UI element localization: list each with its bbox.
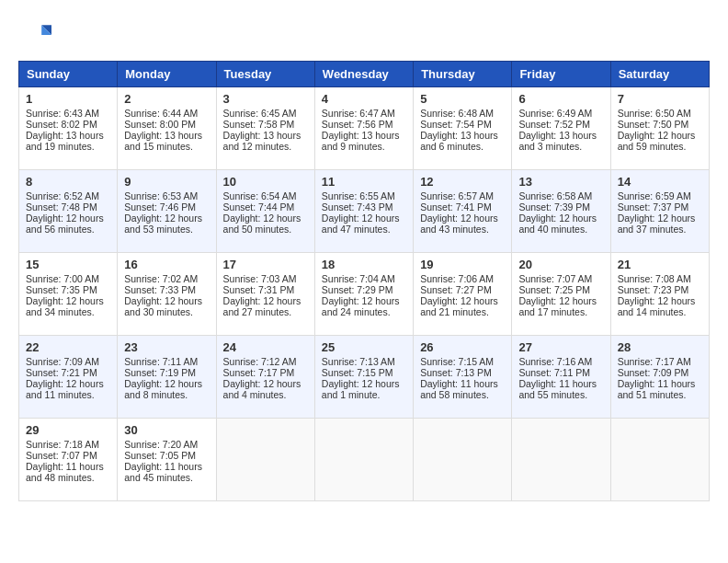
- day-header-saturday: Saturday: [610, 62, 709, 87]
- day-number: 27: [518, 340, 603, 354]
- daylight-text: Daylight: 12 hours and 47 minutes.: [322, 213, 400, 235]
- day-cell-18: 18Sunrise: 7:04 AMSunset: 7:29 PMDayligh…: [314, 253, 413, 336]
- day-number: 28: [618, 340, 702, 354]
- sunset-text: Sunset: 7:19 PM: [124, 367, 196, 378]
- sunset-text: Sunset: 7:21 PM: [26, 367, 97, 378]
- day-header-tuesday: Tuesday: [216, 62, 314, 87]
- day-cell-17: 17Sunrise: 7:03 AMSunset: 7:31 PMDayligh…: [216, 253, 314, 336]
- sunset-text: Sunset: 7:23 PM: [618, 284, 689, 295]
- sunrise-text: Sunrise: 7:00 AM: [26, 273, 99, 284]
- day-number: 8: [26, 175, 110, 189]
- day-number: 19: [420, 258, 505, 271]
- daylight-text: Daylight: 12 hours and 14 minutes.: [618, 295, 696, 317]
- sunrise-text: Sunrise: 7:06 AM: [420, 273, 494, 284]
- day-cell-26: 26Sunrise: 7:15 AMSunset: 7:13 PMDayligh…: [414, 336, 512, 419]
- sunset-text: Sunset: 7:48 PM: [26, 201, 97, 213]
- sunset-text: Sunset: 7:17 PM: [223, 367, 295, 378]
- day-cell-20: 20Sunrise: 7:07 AMSunset: 7:25 PMDayligh…: [512, 253, 610, 336]
- daylight-text: Daylight: 11 hours and 55 minutes.: [518, 378, 597, 400]
- day-cell-7: 7Sunrise: 6:50 AMSunset: 7:50 PMDaylight…: [610, 87, 709, 170]
- daylight-text: Daylight: 11 hours and 48 minutes.: [26, 461, 104, 483]
- day-number: 20: [518, 258, 603, 271]
- day-cell-6: 6Sunrise: 6:49 AMSunset: 7:52 PMDaylight…: [512, 87, 610, 170]
- day-number: 5: [420, 92, 505, 106]
- logo-icon: [18, 18, 51, 52]
- day-cell-1: 1Sunrise: 6:43 AMSunset: 8:02 PMDaylight…: [19, 87, 118, 170]
- sunset-text: Sunset: 7:54 PM: [420, 119, 492, 130]
- day-number: 13: [518, 175, 603, 189]
- sunset-text: Sunset: 7:39 PM: [518, 201, 590, 213]
- sunrise-text: Sunrise: 7:17 AM: [618, 356, 691, 367]
- day-number: 12: [420, 175, 505, 189]
- day-number: 24: [223, 340, 308, 354]
- week-row-5: 29Sunrise: 7:18 AMSunset: 7:07 PMDayligh…: [19, 419, 710, 501]
- sunset-text: Sunset: 8:00 PM: [124, 119, 196, 130]
- day-cell-19: 19Sunrise: 7:06 AMSunset: 7:27 PMDayligh…: [414, 253, 512, 336]
- day-number: 25: [322, 340, 406, 354]
- day-number: 23: [124, 340, 209, 354]
- day-number: 30: [124, 423, 209, 437]
- day-cell-30: 30Sunrise: 7:20 AMSunset: 7:05 PMDayligh…: [118, 419, 216, 501]
- sunset-text: Sunset: 7:37 PM: [618, 201, 689, 213]
- day-number: 7: [618, 92, 702, 106]
- sunrise-text: Sunrise: 6:54 AM: [223, 190, 297, 201]
- sunrise-text: Sunrise: 7:04 AM: [322, 273, 395, 284]
- day-number: 4: [322, 92, 406, 106]
- calendar-header-row: SundayMondayTuesdayWednesdayThursdayFrid…: [19, 62, 710, 87]
- sunset-text: Sunset: 8:02 PM: [26, 119, 97, 130]
- day-number: 1: [26, 92, 110, 106]
- daylight-text: Daylight: 12 hours and 34 minutes.: [26, 295, 104, 317]
- day-cell-27: 27Sunrise: 7:16 AMSunset: 7:11 PMDayligh…: [512, 336, 610, 419]
- day-number: 18: [322, 258, 406, 271]
- day-cell-23: 23Sunrise: 7:11 AMSunset: 7:19 PMDayligh…: [118, 336, 216, 419]
- day-cell-9: 9Sunrise: 6:53 AMSunset: 7:46 PMDaylight…: [118, 170, 216, 253]
- daylight-text: Daylight: 13 hours and 9 minutes.: [322, 130, 400, 152]
- sunrise-text: Sunrise: 7:18 AM: [26, 439, 99, 450]
- week-row-4: 22Sunrise: 7:09 AMSunset: 7:21 PMDayligh…: [19, 336, 710, 419]
- day-cell-15: 15Sunrise: 7:00 AMSunset: 7:35 PMDayligh…: [19, 253, 118, 336]
- daylight-text: Daylight: 12 hours and 30 minutes.: [124, 295, 202, 317]
- sunset-text: Sunset: 7:27 PM: [420, 284, 492, 295]
- sunrise-text: Sunrise: 6:43 AM: [26, 108, 99, 119]
- day-cell-5: 5Sunrise: 6:48 AMSunset: 7:54 PMDaylight…: [414, 87, 512, 170]
- day-cell-4: 4Sunrise: 6:47 AMSunset: 7:56 PMDaylight…: [314, 87, 413, 170]
- sunrise-text: Sunrise: 6:50 AM: [618, 108, 691, 119]
- empty-cell: [610, 419, 709, 501]
- sunrise-text: Sunrise: 7:02 AM: [124, 273, 198, 284]
- day-cell-14: 14Sunrise: 6:59 AMSunset: 7:37 PMDayligh…: [610, 170, 709, 253]
- daylight-text: Daylight: 12 hours and 21 minutes.: [420, 295, 498, 317]
- daylight-text: Daylight: 13 hours and 3 minutes.: [518, 130, 597, 152]
- sunset-text: Sunset: 7:35 PM: [26, 284, 97, 295]
- day-cell-8: 8Sunrise: 6:52 AMSunset: 7:48 PMDaylight…: [19, 170, 118, 253]
- sunrise-text: Sunrise: 7:12 AM: [223, 356, 297, 367]
- day-cell-29: 29Sunrise: 7:18 AMSunset: 7:07 PMDayligh…: [19, 419, 118, 501]
- day-cell-2: 2Sunrise: 6:44 AMSunset: 8:00 PMDaylight…: [118, 87, 216, 170]
- day-cell-13: 13Sunrise: 6:58 AMSunset: 7:39 PMDayligh…: [512, 170, 610, 253]
- day-number: 15: [26, 258, 110, 271]
- day-number: 10: [223, 175, 308, 189]
- daylight-text: Daylight: 13 hours and 19 minutes.: [26, 130, 104, 152]
- day-cell-25: 25Sunrise: 7:13 AMSunset: 7:15 PMDayligh…: [314, 336, 413, 419]
- sunrise-text: Sunrise: 7:15 AM: [420, 356, 494, 367]
- sunset-text: Sunset: 7:33 PM: [124, 284, 196, 295]
- sunrise-text: Sunrise: 6:49 AM: [518, 108, 592, 119]
- day-number: 3: [223, 92, 308, 106]
- day-cell-22: 22Sunrise: 7:09 AMSunset: 7:21 PMDayligh…: [19, 336, 118, 419]
- sunset-text: Sunset: 7:11 PM: [518, 367, 590, 378]
- day-number: 16: [124, 258, 209, 271]
- sunset-text: Sunset: 7:07 PM: [26, 450, 97, 461]
- sunrise-text: Sunrise: 6:44 AM: [124, 108, 198, 119]
- sunrise-text: Sunrise: 7:20 AM: [124, 439, 198, 450]
- daylight-text: Daylight: 12 hours and 37 minutes.: [618, 213, 696, 235]
- sunrise-text: Sunrise: 7:13 AM: [322, 356, 395, 367]
- sunset-text: Sunset: 7:09 PM: [618, 367, 689, 378]
- day-header-sunday: Sunday: [19, 62, 118, 87]
- daylight-text: Daylight: 12 hours and 27 minutes.: [223, 295, 301, 317]
- day-number: 11: [322, 175, 406, 189]
- sunset-text: Sunset: 7:58 PM: [223, 119, 295, 130]
- daylight-text: Daylight: 12 hours and 43 minutes.: [420, 213, 498, 235]
- day-cell-11: 11Sunrise: 6:55 AMSunset: 7:43 PMDayligh…: [314, 170, 413, 253]
- week-row-2: 8Sunrise: 6:52 AMSunset: 7:48 PMDaylight…: [19, 170, 710, 253]
- sunset-text: Sunset: 7:44 PM: [223, 201, 295, 213]
- sunset-text: Sunset: 7:46 PM: [124, 201, 196, 213]
